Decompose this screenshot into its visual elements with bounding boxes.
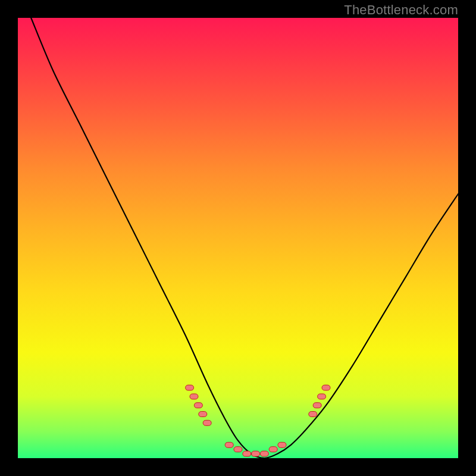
marker-point — [243, 451, 251, 456]
plot-area — [18, 18, 458, 458]
marker-point — [203, 420, 211, 425]
marker-point — [309, 412, 317, 417]
plot-svg — [18, 18, 458, 458]
marker-point — [260, 451, 268, 456]
marker-point — [269, 447, 277, 452]
marker-point — [318, 394, 326, 399]
marker-point — [234, 447, 242, 452]
marker-point — [252, 451, 260, 456]
bottleneck-curve — [31, 18, 458, 458]
marker-point — [194, 403, 202, 408]
watermark-text: TheBottleneck.com — [344, 2, 458, 18]
marker-point — [186, 385, 194, 390]
chart-frame: TheBottleneck.com — [0, 0, 476, 476]
marker-point — [322, 385, 330, 390]
marker-point — [225, 442, 233, 447]
marker-point — [199, 412, 207, 417]
marker-point — [278, 442, 286, 447]
marker-point — [190, 394, 198, 399]
marker-point — [313, 403, 321, 408]
sample-markers — [186, 385, 330, 456]
